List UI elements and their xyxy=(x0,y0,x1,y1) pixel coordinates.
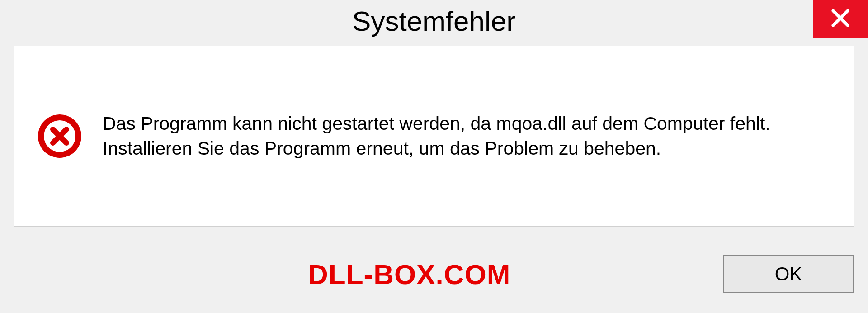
close-button[interactable] xyxy=(813,0,868,38)
error-dialog: Systemfehler Das Programm kann nicht ges… xyxy=(0,0,868,313)
dialog-footer: DLL-BOX.COM OK xyxy=(0,236,868,313)
error-icon xyxy=(37,114,82,159)
close-icon xyxy=(830,8,850,30)
title-bar: Systemfehler xyxy=(0,0,868,41)
watermark-text: DLL-BOX.COM xyxy=(308,258,510,290)
ok-button[interactable]: OK xyxy=(723,255,854,293)
content-area: Das Programm kann nicht gestartet werden… xyxy=(14,46,854,227)
dialog-title: Systemfehler xyxy=(352,5,516,37)
error-message: Das Programm kann nicht gestartet werden… xyxy=(103,111,831,161)
